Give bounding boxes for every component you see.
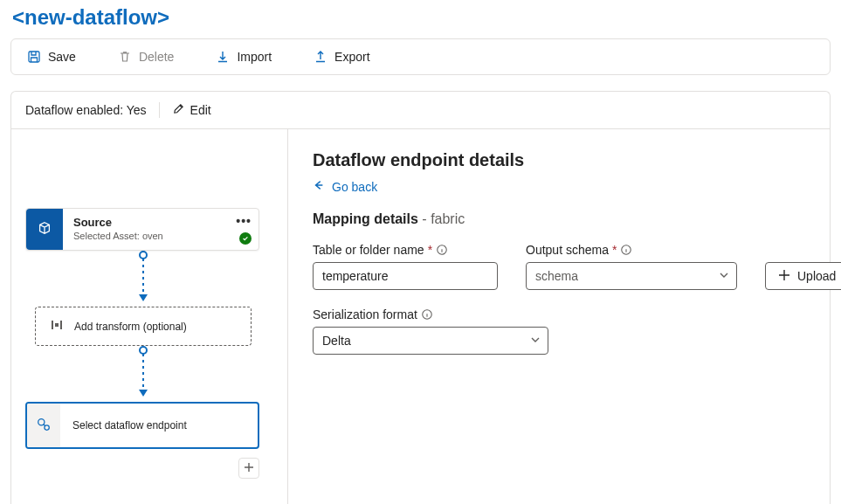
more-icon[interactable]: ••• xyxy=(236,214,252,228)
info-icon[interactable] xyxy=(620,244,632,256)
svg-rect-4 xyxy=(60,321,62,329)
edit-button[interactable]: Edit xyxy=(172,102,211,118)
chevron-down-icon xyxy=(530,334,541,348)
import-label: Import xyxy=(237,50,272,64)
plus-icon xyxy=(244,461,254,475)
source-title: Source xyxy=(73,216,248,229)
section-title: Mapping details - fabric xyxy=(313,211,841,227)
dataflow-canvas: ••• Source Selected Asset: oven xyxy=(11,129,288,504)
dataflow-enabled-label: Dataflow enabled: Yes xyxy=(25,103,147,117)
cube-icon xyxy=(37,220,52,238)
destination-chip xyxy=(27,404,60,447)
edit-label: Edit xyxy=(190,103,211,117)
arrow-left-icon xyxy=(313,179,325,194)
save-label: Save xyxy=(48,50,76,64)
export-icon xyxy=(314,50,327,64)
export-label: Export xyxy=(334,50,369,64)
connector xyxy=(25,251,261,307)
info-icon[interactable] xyxy=(421,308,433,321)
upload-button[interactable]: Upload xyxy=(765,262,841,290)
transform-label: Add transform (optional) xyxy=(74,321,187,333)
mapping-details-label: Mapping details xyxy=(313,211,418,226)
edit-icon xyxy=(172,102,185,118)
workspace: ••• Source Selected Asset: oven xyxy=(10,128,831,504)
destination-label: Select dataflow endpoint xyxy=(60,404,258,447)
details-title: Dataflow endpoint details xyxy=(313,150,841,170)
divider xyxy=(159,102,160,118)
svg-rect-5 xyxy=(55,323,59,327)
mapping-details-sub: - fabric xyxy=(418,211,465,226)
dataflow-title: <new-dataflow> xyxy=(12,5,831,30)
trash-icon xyxy=(118,50,132,64)
status-bar: Dataflow enabled: Yes Edit xyxy=(10,91,831,128)
add-transform-node[interactable]: Add transform (optional) xyxy=(35,307,252,346)
details-panel: Dataflow endpoint details Go back Mappin… xyxy=(288,129,841,504)
destination-node[interactable]: Select dataflow endpoint xyxy=(25,402,259,449)
output-schema-label: Output schema * xyxy=(526,243,737,257)
delete-label: Delete xyxy=(139,50,174,64)
schema-placeholder: schema xyxy=(535,269,578,283)
format-value: Delta xyxy=(322,334,351,348)
save-button[interactable]: Save xyxy=(18,45,85,69)
add-stage-button[interactable] xyxy=(238,458,259,479)
connector xyxy=(25,346,261,402)
svg-point-6 xyxy=(140,347,147,354)
transform-icon xyxy=(50,318,64,335)
info-icon[interactable] xyxy=(436,244,448,256)
output-schema-select[interactable]: schema xyxy=(526,262,737,290)
table-name-input[interactable] xyxy=(313,262,498,290)
source-chip xyxy=(26,209,63,250)
action-toolbar: Save Delete Import Export xyxy=(10,38,831,75)
go-back-label: Go back xyxy=(332,180,377,194)
status-ok-icon xyxy=(239,232,252,245)
save-icon xyxy=(27,50,41,64)
import-icon xyxy=(216,50,230,64)
svg-point-1 xyxy=(140,252,147,259)
go-back-link[interactable]: Go back xyxy=(313,179,377,194)
svg-rect-0 xyxy=(29,52,39,62)
delete-button: Delete xyxy=(109,45,183,69)
source-node[interactable]: ••• Source Selected Asset: oven xyxy=(25,208,259,251)
table-name-label: Table or folder name * xyxy=(313,243,498,257)
svg-rect-3 xyxy=(52,321,53,329)
required-indicator: * xyxy=(612,243,617,257)
required-indicator: * xyxy=(428,243,432,257)
plus-icon xyxy=(778,269,790,284)
export-button[interactable]: Export xyxy=(305,45,378,69)
chevron-down-icon xyxy=(719,269,729,283)
upload-label: Upload xyxy=(797,269,836,283)
serialization-format-select[interactable]: Delta xyxy=(313,327,548,355)
endpoint-icon xyxy=(36,417,52,435)
import-button[interactable]: Import xyxy=(207,45,280,69)
source-subtitle: Selected Asset: oven xyxy=(73,231,248,241)
serialization-format-label: Serialization format xyxy=(313,307,841,321)
